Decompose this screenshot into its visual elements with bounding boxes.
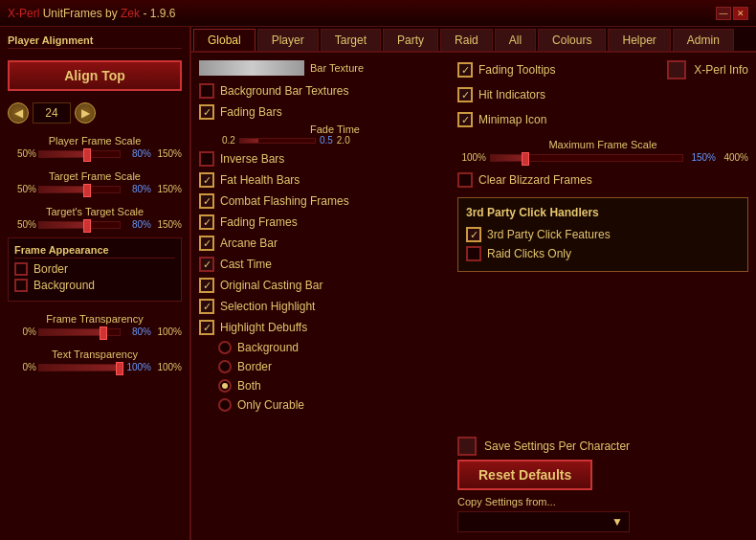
selection-highlight-row[interactable]: Selection Highlight [199, 297, 448, 316]
tab-target[interactable]: Target [321, 29, 381, 51]
third-party-features-checkbox[interactable] [466, 227, 481, 242]
fat-health-bars-label: Fat Health Bars [220, 173, 300, 187]
target-target-scale-current: 80% [122, 219, 151, 230]
arcane-bar-row[interactable]: Arcane Bar [199, 234, 448, 253]
frame-appearance-section: Frame Appearance Border Background [8, 237, 182, 302]
fat-health-bars-row[interactable]: Fat Health Bars [199, 170, 448, 190]
tab-all[interactable]: All [495, 29, 536, 51]
raid-clicks-only-row[interactable]: Raid Clicks Only [466, 244, 740, 263]
fading-bars-checkbox[interactable] [199, 104, 214, 120]
fade-time-label: Fade Time [222, 124, 448, 135]
minimize-button[interactable]: — [716, 7, 731, 20]
background-checkbox[interactable] [14, 279, 28, 292]
tab-global[interactable]: Global [193, 29, 256, 51]
fat-health-bars-checkbox[interactable] [199, 172, 214, 188]
max-scale-max: 400% [720, 152, 748, 163]
reset-defaults-button[interactable]: Reset Defaults [457, 460, 592, 490]
radio-both[interactable] [218, 379, 232, 393]
save-settings-checkbox[interactable] [457, 437, 477, 456]
align-top-button[interactable]: Align Top [8, 60, 182, 91]
radio-background[interactable] [218, 341, 232, 354]
radio-background-label: Background [237, 341, 299, 354]
original-casting-row[interactable]: Original Casting Bar [199, 276, 448, 295]
background-bar-textures-row[interactable]: Background Bar Textures [199, 81, 448, 101]
target-scale-current: 80% [122, 184, 151, 194]
fading-bars-row[interactable]: Fading Bars [199, 102, 448, 122]
bar-texture-label: Bar Texture [310, 62, 364, 74]
inverse-bars-checkbox[interactable] [199, 151, 214, 167]
number-input[interactable] [33, 102, 71, 124]
radio-border[interactable] [218, 360, 232, 373]
highlight-debuffs-row[interactable]: Highlight Debuffs [199, 318, 448, 337]
arcane-bar-checkbox[interactable] [199, 236, 214, 251]
target-scale-label: Target Frame Scale [8, 170, 182, 182]
tab-party[interactable]: Party [383, 29, 438, 51]
player-scale-slider[interactable] [38, 150, 121, 158]
save-settings-row[interactable]: Save Settings Per Character [457, 437, 748, 456]
hit-indicators-checkbox[interactable] [457, 87, 473, 102]
fading-tooltips-row[interactable]: Fading Tooltips [457, 60, 556, 79]
fading-frames-checkbox[interactable] [199, 214, 214, 230]
border-checkbox[interactable] [14, 262, 28, 276]
cast-time-label: Cast Time [220, 258, 272, 271]
title-bar: X-Perl UnitFrames by Zek - 1.9.6 — ✕ [0, 0, 756, 27]
title-prefix: X-Perl [8, 7, 39, 20]
radio-only-curable-label: Only Curable [237, 398, 304, 412]
max-scale-slider-row: 100% 150% 400% [457, 152, 748, 163]
target-target-scale-section: Target's Target Scale 50% 80% 150% [8, 206, 182, 230]
selection-highlight-label: Selection Highlight [220, 300, 315, 313]
decrement-button[interactable]: ◀ [8, 102, 29, 124]
border-checkbox-row[interactable]: Border [14, 262, 175, 276]
radio-only-curable-row[interactable]: Only Curable [218, 396, 448, 414]
frame-transparency-slider[interactable] [38, 328, 121, 336]
xperl-info-checkbox[interactable] [667, 60, 686, 79]
content-right: Fading Tooltips X-Perl Info Hit Indicato… [457, 60, 748, 532]
third-party-box: 3rd Party Click Handlers 3rd Party Click… [457, 197, 748, 272]
fading-frames-row[interactable]: Fading Frames [199, 213, 448, 232]
fade-slider[interactable] [239, 138, 316, 144]
selection-highlight-checkbox[interactable] [199, 299, 214, 314]
minimap-icon-row[interactable]: Minimap Icon [457, 110, 748, 129]
copy-settings-dropdown[interactable]: ▼ [457, 511, 630, 532]
fading-tooltips-checkbox[interactable] [457, 62, 473, 78]
radio-background-row[interactable]: Background [218, 339, 448, 356]
tab-raid[interactable]: Raid [440, 29, 493, 51]
close-button[interactable]: ✕ [733, 7, 748, 20]
tab-player[interactable]: Player [257, 29, 319, 51]
inverse-bars-row[interactable]: Inverse Bars [199, 149, 448, 169]
fade-slider-row: 0.2 0.5 2.0 [222, 135, 448, 146]
tab-admin[interactable]: Admin [673, 29, 734, 51]
original-casting-checkbox[interactable] [199, 278, 214, 293]
text-transparency-slider[interactable] [38, 364, 121, 371]
clear-blizzard-checkbox[interactable] [457, 172, 473, 188]
copy-settings-label: Copy Settings from... [457, 496, 748, 507]
fade-time-section: Fade Time 0.2 0.5 2.0 [222, 124, 448, 146]
fading-bars-label: Fading Bars [220, 105, 282, 119]
radio-both-row[interactable]: Both [218, 377, 448, 394]
xperl-info-row: X-Perl Info [667, 60, 748, 79]
clear-blizzard-row[interactable]: Clear Blizzard Frames [457, 172, 748, 188]
minimap-icon-checkbox[interactable] [457, 112, 473, 127]
text-transparency-label: Text Transparency [8, 349, 182, 360]
tab-colours[interactable]: Colours [538, 29, 606, 51]
target-scale-slider[interactable] [38, 186, 121, 193]
hit-indicators-row[interactable]: Hit Indicators [457, 85, 748, 104]
combat-flashing-checkbox[interactable] [199, 193, 214, 209]
radio-only-curable[interactable] [218, 398, 232, 412]
raid-clicks-only-checkbox[interactable] [466, 246, 481, 261]
cast-time-row[interactable]: Cast Time [199, 255, 448, 274]
third-party-features-row[interactable]: 3rd Party Click Features [466, 225, 740, 244]
target-target-slider-row: 50% 80% 150% [8, 219, 182, 230]
background-checkbox-row[interactable]: Background [14, 279, 175, 292]
max-scale-min: 100% [457, 152, 486, 163]
background-bar-textures-checkbox[interactable] [199, 83, 214, 99]
highlight-debuffs-checkbox[interactable] [199, 320, 214, 335]
increment-button[interactable]: ▶ [75, 102, 96, 124]
combat-flashing-row[interactable]: Combat Flashing Frames [199, 191, 448, 211]
cast-time-checkbox[interactable] [199, 257, 214, 272]
fade-max: 2.0 [337, 135, 350, 146]
target-target-scale-slider[interactable] [38, 221, 121, 229]
radio-border-row[interactable]: Border [218, 358, 448, 375]
max-scale-slider[interactable] [490, 154, 683, 162]
tab-helper[interactable]: Helper [608, 29, 670, 51]
